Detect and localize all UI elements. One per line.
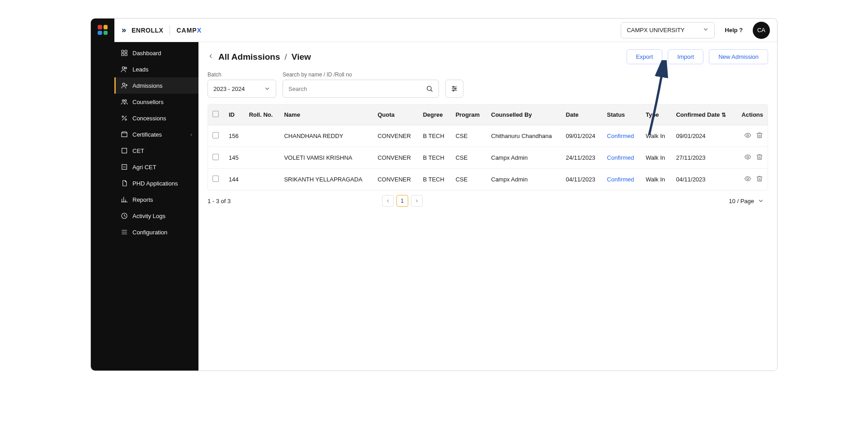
per-page-select[interactable]: 10 / Page [725, 195, 768, 207]
sliders-icon [121, 228, 128, 236]
cell-date: 04/11/2023 [561, 169, 603, 190]
column-quota[interactable]: Quota [373, 105, 418, 125]
sidebar-item-cet[interactable]: CET [114, 143, 198, 159]
column-actions[interactable]: Actions [735, 105, 768, 125]
column-type[interactable]: Type [641, 105, 671, 125]
sidebar-item-concessions[interactable]: Concessions [114, 110, 198, 126]
row-actions [739, 132, 763, 140]
grid-icon [121, 49, 128, 57]
avatar[interactable]: CA [753, 22, 770, 39]
column-id[interactable]: ID [224, 105, 245, 125]
cell-confirmed: 04/11/2023 [671, 169, 735, 190]
users-icon [121, 66, 128, 73]
sidebar-item-label: Configuration [132, 229, 167, 236]
sidebar-item-agri-cet[interactable]: Agri CET [114, 159, 198, 175]
svg-point-12 [122, 116, 123, 117]
pager-page-1[interactable]: 1 [396, 195, 408, 207]
app-frame: » ENROLLX CAMPX CAMPX UNIVERSITY Help ? … [90, 18, 778, 371]
svg-line-11 [122, 116, 126, 120]
help-link[interactable]: Help ? [725, 27, 743, 33]
range-text: 1 - 3 of 3 [208, 198, 231, 204]
batch-select[interactable]: 2023 - 2024 [208, 80, 276, 98]
user-plus-icon [121, 82, 128, 89]
brand-chevrons-icon: » [122, 25, 123, 35]
sidebar-item-leads[interactable]: Leads [114, 61, 198, 77]
sidebar-item-label: Reports [132, 196, 153, 203]
column-date[interactable]: Date [561, 105, 603, 125]
cell-date: 09/01/2024 [561, 125, 603, 147]
cell-date: 24/11/2023 [561, 147, 603, 169]
back-icon[interactable] [208, 53, 214, 61]
delete-icon[interactable] [756, 132, 763, 140]
column-program[interactable]: Program [451, 105, 487, 125]
square-icon [121, 147, 128, 154]
cell-roll [245, 169, 280, 190]
svg-rect-1 [125, 50, 127, 52]
table-wrap: IDRoll. No.NameQuotaDegreeProgramCounsel… [208, 104, 768, 190]
sidebar-item-activity-logs[interactable]: Activity Logs [114, 208, 198, 224]
admissions-table: IDRoll. No.NameQuotaDegreeProgramCounsel… [208, 105, 768, 190]
cell-id: 156 [224, 125, 245, 147]
select-all-checkbox[interactable] [212, 111, 219, 117]
table-footer: 1 - 3 of 3 1 10 / Page [208, 195, 768, 207]
table-body: 156 CHANDHANA REDDY CONVENER B TECH CSE … [208, 125, 768, 190]
column-counselled-by[interactable]: Counselled By [486, 105, 561, 125]
cell-name: SRIKANTH YELLAPRAGADA [279, 169, 373, 190]
row-checkbox[interactable] [212, 132, 219, 138]
page-head: All Admissions / View Export Import New … [208, 49, 768, 64]
chevron-right-icon: › [190, 132, 192, 137]
column-confirmed-date[interactable]: Confirmed Date⇅ [671, 105, 735, 125]
sidebar-item-counsellors[interactable]: Counsellors [114, 94, 198, 110]
sidebar-item-dashboard[interactable]: Dashboard [114, 45, 198, 61]
brand-campx: CAMPX [176, 27, 202, 34]
column-status[interactable]: Status [603, 105, 642, 125]
search-input[interactable] [288, 86, 422, 92]
view-icon[interactable] [744, 175, 751, 184]
pager-next[interactable] [411, 195, 423, 207]
svg-point-10 [125, 100, 127, 101]
delete-icon[interactable] [756, 175, 763, 184]
cell-degree: B TECH [418, 169, 451, 190]
brand-campx-a: CAMP [176, 27, 197, 34]
chevron-down-icon [264, 86, 270, 92]
box-icon [121, 131, 128, 138]
delete-icon[interactable] [756, 153, 763, 162]
cell-confirmed: 09/01/2024 [671, 125, 735, 147]
column-degree[interactable]: Degree [418, 105, 451, 125]
sidebar-item-reports[interactable]: Reports [114, 191, 198, 208]
search-icon [426, 85, 433, 92]
breadcrumb-root[interactable]: All Admissions [218, 52, 280, 62]
university-select[interactable]: CAMPX UNIVERSITY [621, 22, 715, 38]
view-icon[interactable] [744, 132, 751, 140]
svg-point-31 [455, 88, 456, 90]
export-button[interactable]: Export [627, 49, 663, 64]
breadcrumb-sep: / [285, 52, 287, 62]
row-checkbox[interactable] [212, 154, 219, 160]
new-admission-button[interactable]: New Admission [709, 49, 768, 64]
filter-settings-button[interactable] [445, 80, 463, 98]
cell-confirmed: 27/11/2023 [671, 147, 735, 169]
brand: » ENROLLX CAMPX [122, 25, 202, 35]
column-name[interactable]: Name [279, 105, 373, 125]
sidebar-item-configuration[interactable]: Configuration [114, 224, 198, 240]
svg-line-26 [431, 90, 432, 91]
sidebar-item-admissions[interactable]: Admissions [114, 77, 198, 94]
import-button[interactable]: Import [668, 49, 703, 64]
cell-program: CSE [451, 169, 487, 190]
row-checkbox[interactable] [212, 176, 219, 182]
svg-point-13 [125, 119, 127, 120]
top-bar: » ENROLLX CAMPX CAMPX UNIVERSITY Help ? … [114, 19, 777, 42]
column-roll-no-[interactable]: Roll. No. [245, 105, 280, 125]
apps-icon[interactable] [98, 25, 108, 35]
svg-rect-2 [122, 53, 124, 56]
search-box [283, 80, 439, 98]
cell-type: Walk In [641, 125, 671, 147]
sidebar-item-certificates[interactable]: Certificates › [114, 126, 198, 143]
sidebar-item-label: CET [132, 147, 144, 154]
leaf-icon [121, 163, 128, 171]
sidebar-item-label: Activity Logs [132, 213, 165, 219]
view-icon[interactable] [744, 153, 751, 162]
cell-type: Walk In [641, 147, 671, 169]
sidebar-item-phd-applications[interactable]: PHD Applications [114, 175, 198, 191]
pager-prev[interactable] [382, 195, 394, 207]
